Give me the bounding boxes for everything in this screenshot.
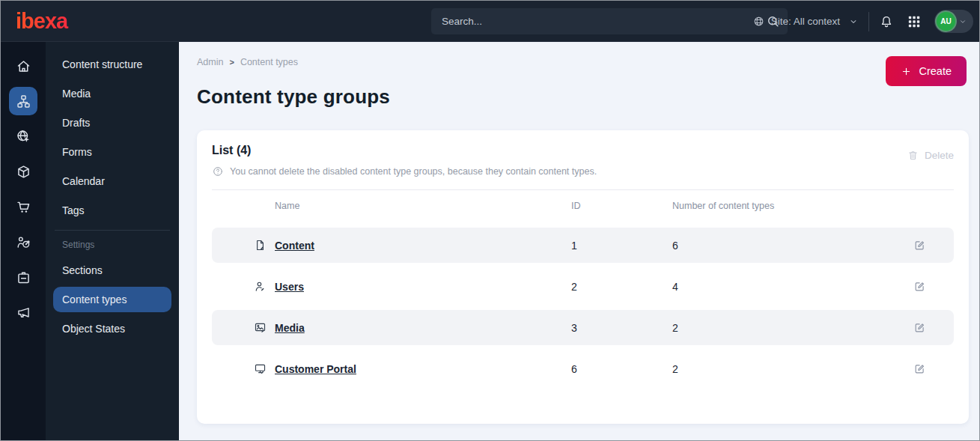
avatar: AU [937, 12, 955, 31]
edit-button[interactable] [913, 237, 931, 255]
ibexa-logo: ibexa [1, 10, 179, 32]
main-content: Admin > Content types Create Content typ… [179, 42, 979, 440]
breadcrumb-current: Content types [240, 57, 298, 67]
sitemap-icon [16, 94, 31, 109]
target-icon [16, 234, 31, 250]
rail-item-globe-cursor[interactable] [9, 122, 37, 150]
user-menu[interactable]: AU [934, 10, 973, 33]
file-icon [254, 239, 267, 252]
topbar-right-cluster: Site: All context AU [752, 1, 973, 42]
image-icon [254, 321, 267, 334]
globe-icon [752, 15, 765, 28]
edit-icon [913, 239, 926, 252]
sidebar-item-content-structure[interactable]: Content structure [53, 52, 171, 77]
group-count: 2 [672, 322, 913, 334]
app-switcher-button[interactable] [907, 13, 925, 31]
product-icon [16, 164, 31, 180]
rail-item-home[interactable] [9, 52, 37, 80]
badge-icon [16, 270, 31, 285]
sidebar-item-tags[interactable]: Tags [53, 198, 171, 223]
edit-button[interactable] [913, 360, 931, 378]
column-header-count: Number of content types [672, 201, 913, 211]
bell-icon [879, 14, 894, 29]
group-id: 1 [571, 240, 672, 252]
group-name-link[interactable]: Users [275, 281, 304, 293]
edit-icon [913, 362, 926, 375]
rail-item-cart[interactable] [9, 192, 37, 221]
icon-rail [1, 42, 46, 440]
group-id: 2 [571, 281, 672, 293]
sidebar-item-object-states[interactable]: Object States [53, 316, 171, 341]
sidebar-item-forms[interactable]: Forms [53, 139, 171, 165]
plus-icon [901, 66, 912, 77]
list-count-title: List (4) [212, 144, 597, 157]
cart-icon [16, 199, 31, 215]
monitor-icon [254, 362, 267, 375]
create-button[interactable]: Create [886, 56, 967, 86]
table-body: Content 1 6 Users 2 4 [212, 228, 954, 386]
home-icon [16, 58, 31, 74]
site-context-label: Site: All context [771, 16, 840, 27]
trash-icon [907, 150, 919, 161]
page-title: Content type groups [197, 85, 969, 109]
group-count: 6 [672, 240, 913, 252]
rail-item-product[interactable] [9, 157, 37, 186]
breadcrumb: Admin > Content types [197, 57, 969, 67]
column-header-id: ID [571, 201, 672, 211]
group-name-link[interactable]: Customer Portal [275, 363, 356, 375]
sidebar-item-content-types[interactable]: Content types [53, 287, 171, 312]
top-bar: ibexa Site: All context AU [1, 1, 979, 42]
globe-cursor-icon [16, 129, 31, 145]
sidebar-item-calendar[interactable]: Calendar [53, 168, 171, 194]
app-window: ibexa Site: All context AU [0, 0, 980, 441]
site-context-dropdown[interactable]: Site: All context [752, 15, 859, 28]
notifications-button[interactable] [879, 13, 897, 31]
topbar-divider [868, 12, 869, 31]
group-name-link[interactable]: Media [275, 322, 305, 334]
sidebar-section-label: Settings [53, 238, 171, 258]
global-search [431, 8, 788, 34]
delete-button[interactable]: Delete [907, 150, 954, 161]
list-hint: You cannot delete the disabled content t… [212, 165, 597, 177]
chevron-down-icon [848, 16, 859, 27]
chevron-down-icon [958, 17, 967, 26]
table-row-monitor: Customer Portal 6 2 [212, 351, 954, 386]
sidebar-divider [55, 230, 170, 231]
breadcrumb-separator: > [229, 58, 234, 67]
group-count: 2 [672, 363, 913, 375]
group-count: 4 [672, 281, 913, 293]
sidebar-item-drafts[interactable]: Drafts [53, 110, 171, 136]
rail-item-badge[interactable] [9, 263, 37, 291]
sidebar-item-sections[interactable]: Sections [53, 258, 171, 283]
rail-item-megaphone[interactable] [9, 298, 37, 326]
table-row-file: Content 1 6 [212, 228, 954, 263]
question-circle-icon [212, 165, 224, 177]
megaphone-icon [16, 305, 31, 320]
table-header-row: Name ID Number of content types [212, 190, 954, 222]
sidebar-menu: Content structure Media Drafts Forms Cal… [46, 42, 179, 440]
search-input[interactable] [431, 8, 788, 34]
table-row-image: Media 3 2 [212, 310, 954, 345]
edit-icon [913, 321, 926, 334]
group-id: 3 [571, 322, 672, 334]
group-name-link[interactable]: Content [275, 240, 314, 252]
rail-item-sitemap[interactable] [9, 87, 37, 115]
group-id: 6 [571, 363, 672, 375]
column-header-name: Name [275, 201, 571, 211]
breadcrumb-root[interactable]: Admin [197, 57, 223, 67]
sidebar-item-media[interactable]: Media [53, 81, 171, 106]
grid-icon [907, 14, 922, 29]
rail-item-target[interactable] [9, 228, 37, 256]
table-row-user: Users 2 4 [212, 269, 954, 304]
content-type-groups-card: List (4) You cannot delete the disabled … [197, 130, 969, 424]
edit-icon [913, 280, 926, 293]
edit-button[interactable] [913, 319, 931, 337]
edit-button[interactable] [913, 278, 931, 296]
user-icon [254, 280, 267, 293]
